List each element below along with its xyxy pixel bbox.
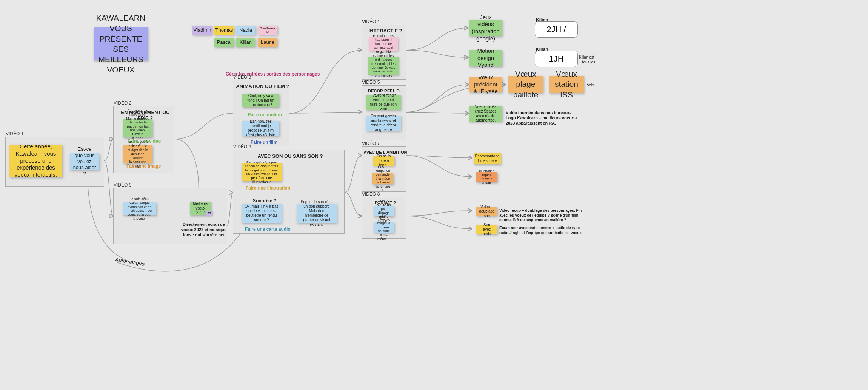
- out-onde-desc: Ecran noir avec onde sonore + audio de t…: [499, 226, 586, 235]
- kilianest: Kilian est + tous les: [579, 55, 596, 65]
- out-ra[interactable]: Voeux filmés chez Spaces avec réalité au…: [469, 106, 502, 122]
- voix: Voix: [587, 83, 594, 88]
- out-onde[interactable]: Son avec onde: [476, 225, 497, 234]
- frame-label: VIDÉO 4: [362, 19, 380, 25]
- frame-title: INTERACTIF ?: [362, 25, 409, 35]
- frame-label: VIDÉO 7: [362, 141, 380, 147]
- auto-label: Automatique: [115, 256, 145, 268]
- v5-note2[interactable]: On peut garder nos bureaux et rendre le …: [366, 116, 401, 131]
- frame-label: VIDÉO 3: [233, 74, 251, 80]
- v3-cap1: Faire un motion: [248, 112, 282, 117]
- v1-note2[interactable]: Est-ce que vous voulez nous aider ?: [70, 153, 99, 170]
- whiteboard-canvas[interactable]: KAWALEARN VOUS PRÉSENTE SES MEILLEURS VO…: [0, 0, 868, 390]
- v4-note1[interactable]: Humain, tu es has-been, il faut que ce s…: [369, 37, 398, 51]
- v6-cap2: Faire une carte audio: [245, 227, 291, 232]
- v6-cap1: Faire une illustration: [246, 185, 290, 191]
- v3-note1[interactable]: Cool, on y va à fond ! On fait un truc d…: [242, 94, 279, 107]
- out-ra-desc: Vidéo tournée dans nos bureaux. Logo Kaw…: [506, 110, 581, 126]
- title-sticky[interactable]: KAWALEARN VOUS PRÉSENTE SES MEILLEURS VO…: [94, 27, 148, 60]
- person-vladimir[interactable]: Vladimir: [192, 26, 212, 35]
- out-doub[interactable]: Vidéo + doublage son: [476, 207, 497, 216]
- v2-cap2: Faire une image: [126, 163, 161, 169]
- frame-label: VIDÉO 8: [362, 191, 380, 197]
- frame-label: VIDÉO 6: [233, 144, 251, 150]
- v3-note2[interactable]: Bah non, t'es gentil moi je propose un f…: [242, 121, 279, 136]
- out-plage[interactable]: Vœux plage paillote: [508, 76, 543, 93]
- v3-cap2: Faire un film: [251, 140, 277, 145]
- person-synthesia[interactable]: Synthesia IA: [258, 26, 277, 35]
- person-thomas[interactable]: Thomas: [214, 26, 234, 35]
- person-laurie[interactable]: Laurie: [258, 38, 277, 47]
- out-jeux[interactable]: Jeux vidéos (inspiration google): [469, 20, 502, 36]
- person-nadia[interactable]: Nadia: [236, 26, 255, 35]
- person-kilian[interactable]: Kilian: [236, 38, 255, 47]
- v6-note3[interactable]: Super ! le son c'est un bon support. Mai…: [297, 204, 337, 223]
- frame-title: ANIMATION OU FILM ?: [233, 80, 292, 91]
- v6-sub: Sonorisé ?: [253, 198, 276, 203]
- person-pascal[interactable]: Pascal: [214, 38, 234, 47]
- frame-title: AVEC SON OU SANS SON ?: [233, 150, 347, 160]
- out-doub-desc: Vidéo récup + doublage des personnages. …: [499, 208, 586, 223]
- v5-note1[interactable]: Avec le fond vert, on peut faire ce que …: [366, 95, 401, 110]
- v9-note1[interactable]: Je suis déçu. Cela manque d'ambition et …: [123, 202, 156, 215]
- out-elysee[interactable]: Vœux président à l'Élysée: [469, 77, 502, 92]
- v9-cap: Directement écran de voeux 2022 et musiq…: [177, 222, 230, 237]
- v4-note2[interactable]: Calme toi, les ordinateurs c'est moi qui…: [368, 57, 399, 75]
- box-1jh[interactable]: 1JH: [535, 51, 578, 67]
- out-iss[interactable]: Vœux station ISS: [549, 76, 584, 93]
- title-text: KAWALEARN VOUS PRÉSENTE SES MEILLEURS VO…: [96, 13, 145, 75]
- frame-label: VIDÉO 2: [114, 100, 131, 106]
- frame-label: VIDÉO 5: [362, 80, 380, 86]
- v7-note1[interactable]: On se la joue à fond !: [373, 156, 394, 166]
- v1-note1[interactable]: Cette année, Kawalearn vous propose une …: [9, 145, 62, 177]
- v9-tag[interactable]: 23: [206, 211, 212, 216]
- out-times[interactable]: Photomontage Timesquare: [474, 153, 501, 164]
- v6-note1[interactable]: Parce qu'il n'y a pas besoin de claquer …: [242, 163, 282, 181]
- v2-note2[interactable]: On va pas griller tout le budget dès le …: [123, 145, 152, 163]
- frame-label: VIDÉO 1: [6, 131, 23, 137]
- v2-note1[interactable]: Ah, sympa de nous aider. Moi, je propose…: [123, 119, 152, 137]
- box-2jh[interactable]: 2JH /: [535, 21, 578, 38]
- out-motion[interactable]: Motion design Vyond: [469, 50, 502, 66]
- v8-note2[interactable]: Le pouvoir magique du son se suffit à lu…: [374, 222, 394, 233]
- frame-label: VIDÉO 9: [114, 182, 131, 188]
- out-ill[interactable]: Illustration rapide "dessin enfant": [476, 172, 497, 182]
- v6-note2[interactable]: Ok, mais il n'y a pas que le visuel, cel…: [242, 204, 282, 223]
- v7-note2[interactable]: Pas le temps, on demande à la nièce de L…: [372, 173, 393, 184]
